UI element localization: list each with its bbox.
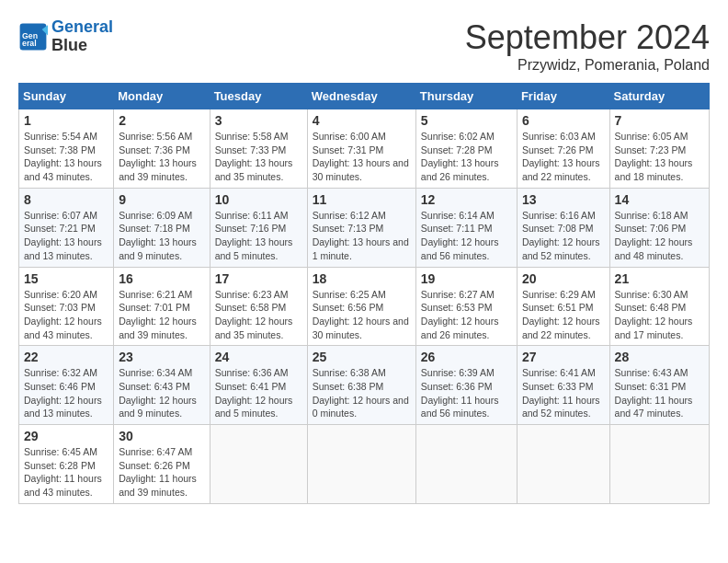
cell-info: Sunrise: 6:12 AMSunset: 7:13 PMDaylight:… [313, 210, 409, 261]
day-number: 5 [421, 113, 512, 128]
cell-info: Sunrise: 6:05 AMSunset: 7:23 PMDaylight:… [615, 131, 693, 182]
day-number: 8 [24, 192, 108, 207]
title-block: September 2024 Przywidz, Pomerania, Pola… [465, 18, 710, 74]
cell-info: Sunrise: 6:38 AMSunset: 6:38 PMDaylight:… [313, 367, 409, 419]
cell-info: Sunrise: 6:21 AMSunset: 7:01 PMDaylight:… [119, 289, 197, 340]
day-number: 15 [24, 271, 108, 286]
cell-info: Sunrise: 6:25 AMSunset: 6:56 PMDaylight:… [313, 289, 409, 340]
logo: Gen eral General Blue [18, 18, 113, 55]
day-number: 16 [119, 271, 204, 286]
day-number: 26 [421, 350, 512, 364]
calendar-cell: 29Sunrise: 6:45 AMSunset: 6:28 PMDayligh… [19, 425, 114, 504]
month-title: September 2024 [465, 18, 710, 57]
cell-info: Sunrise: 5:58 AMSunset: 7:33 PMDaylight:… [215, 131, 293, 182]
cell-info: Sunrise: 6:02 AMSunset: 7:28 PMDaylight:… [421, 131, 499, 182]
cell-info: Sunrise: 5:54 AMSunset: 7:38 PMDaylight:… [24, 131, 102, 182]
calendar-cell [307, 425, 415, 504]
cell-info: Sunrise: 6:34 AMSunset: 6:43 PMDaylight:… [119, 367, 197, 419]
calendar-cell: 4Sunrise: 6:00 AMSunset: 7:31 PMDaylight… [307, 109, 415, 189]
calendar-cell: 5Sunrise: 6:02 AMSunset: 7:28 PMDaylight… [415, 109, 517, 189]
day-number: 6 [522, 113, 605, 128]
calendar-table: Sunday Monday Tuesday Wednesday Thursday… [18, 83, 710, 504]
col-sunday: Sunday [19, 84, 114, 109]
day-number: 11 [313, 192, 411, 207]
logo-text: General Blue [51, 18, 113, 55]
calendar-cell [609, 425, 709, 504]
cell-info: Sunrise: 6:20 AMSunset: 7:03 PMDaylight:… [24, 289, 102, 340]
day-number: 22 [24, 350, 108, 364]
calendar-cell: 7Sunrise: 6:05 AMSunset: 7:23 PMDaylight… [609, 109, 709, 189]
calendar-header-row: Sunday Monday Tuesday Wednesday Thursday… [19, 84, 710, 109]
calendar-cell: 17Sunrise: 6:23 AMSunset: 6:58 PMDayligh… [210, 267, 307, 346]
cell-info: Sunrise: 6:36 AMSunset: 6:41 PMDaylight:… [215, 367, 293, 419]
day-number: 2 [119, 113, 204, 128]
calendar-cell [517, 425, 609, 504]
calendar-cell: 20Sunrise: 6:29 AMSunset: 6:51 PMDayligh… [517, 267, 609, 346]
calendar-cell: 28Sunrise: 6:43 AMSunset: 6:31 PMDayligh… [609, 346, 709, 425]
calendar-week-row: 22Sunrise: 6:32 AMSunset: 6:46 PMDayligh… [19, 346, 710, 425]
cell-info: Sunrise: 6:14 AMSunset: 7:11 PMDaylight:… [421, 210, 499, 261]
calendar-cell: 15Sunrise: 6:20 AMSunset: 7:03 PMDayligh… [19, 267, 114, 346]
day-number: 4 [313, 113, 411, 128]
day-number: 20 [522, 271, 605, 286]
calendar-cell: 24Sunrise: 6:36 AMSunset: 6:41 PMDayligh… [210, 346, 307, 425]
cell-info: Sunrise: 5:56 AMSunset: 7:36 PMDaylight:… [119, 131, 197, 182]
calendar-cell: 19Sunrise: 6:27 AMSunset: 6:53 PMDayligh… [415, 267, 517, 346]
calendar-cell: 6Sunrise: 6:03 AMSunset: 7:26 PMDaylight… [517, 109, 609, 189]
calendar-cell: 11Sunrise: 6:12 AMSunset: 7:13 PMDayligh… [307, 188, 415, 267]
page-header: Gen eral General Blue September 2024 Prz… [18, 18, 710, 74]
location-title: Przywidz, Pomerania, Poland [465, 57, 710, 74]
calendar-cell: 21Sunrise: 6:30 AMSunset: 6:48 PMDayligh… [609, 267, 709, 346]
day-number: 14 [615, 192, 704, 207]
calendar-cell: 12Sunrise: 6:14 AMSunset: 7:11 PMDayligh… [415, 188, 517, 267]
cell-info: Sunrise: 6:07 AMSunset: 7:21 PMDaylight:… [24, 210, 102, 261]
day-number: 23 [119, 350, 204, 364]
calendar-cell: 26Sunrise: 6:39 AMSunset: 6:36 PMDayligh… [415, 346, 517, 425]
calendar-cell: 23Sunrise: 6:34 AMSunset: 6:43 PMDayligh… [114, 346, 210, 425]
logo-line2: Blue [51, 37, 113, 55]
cell-info: Sunrise: 6:09 AMSunset: 7:18 PMDaylight:… [119, 210, 197, 261]
calendar-week-row: 29Sunrise: 6:45 AMSunset: 6:28 PMDayligh… [19, 425, 710, 504]
col-friday: Friday [517, 84, 609, 109]
calendar-cell: 1Sunrise: 5:54 AMSunset: 7:38 PMDaylight… [19, 109, 114, 189]
calendar-week-row: 8Sunrise: 6:07 AMSunset: 7:21 PMDaylight… [19, 188, 710, 267]
day-number: 29 [24, 429, 108, 443]
day-number: 18 [313, 271, 411, 286]
calendar-cell: 10Sunrise: 6:11 AMSunset: 7:16 PMDayligh… [210, 188, 307, 267]
calendar-cell [415, 425, 517, 504]
calendar-cell: 30Sunrise: 6:47 AMSunset: 6:26 PMDayligh… [114, 425, 210, 504]
cell-info: Sunrise: 6:18 AMSunset: 7:06 PMDaylight:… [615, 210, 693, 261]
day-number: 21 [615, 271, 704, 286]
calendar-cell: 8Sunrise: 6:07 AMSunset: 7:21 PMDaylight… [19, 188, 114, 267]
calendar-cell: 22Sunrise: 6:32 AMSunset: 6:46 PMDayligh… [19, 346, 114, 425]
logo-icon: Gen eral [18, 22, 48, 52]
cell-info: Sunrise: 6:43 AMSunset: 6:31 PMDaylight:… [615, 367, 693, 419]
day-number: 17 [215, 271, 302, 286]
cell-info: Sunrise: 6:11 AMSunset: 7:16 PMDaylight:… [215, 210, 293, 261]
day-number: 19 [421, 271, 512, 286]
cell-info: Sunrise: 6:30 AMSunset: 6:48 PMDaylight:… [615, 289, 693, 340]
cell-info: Sunrise: 6:41 AMSunset: 6:33 PMDaylight:… [522, 367, 600, 419]
cell-info: Sunrise: 6:39 AMSunset: 6:36 PMDaylight:… [421, 367, 499, 419]
day-number: 28 [615, 350, 704, 364]
col-thursday: Thursday [415, 84, 517, 109]
calendar-week-row: 15Sunrise: 6:20 AMSunset: 7:03 PMDayligh… [19, 267, 710, 346]
day-number: 10 [215, 192, 302, 207]
day-number: 27 [522, 350, 605, 364]
calendar-cell: 9Sunrise: 6:09 AMSunset: 7:18 PMDaylight… [114, 188, 210, 267]
day-number: 24 [215, 350, 302, 364]
cell-info: Sunrise: 6:27 AMSunset: 6:53 PMDaylight:… [421, 289, 499, 340]
col-saturday: Saturday [609, 84, 709, 109]
logo-line1: General [51, 17, 113, 36]
calendar-cell [210, 425, 307, 504]
day-number: 9 [119, 192, 204, 207]
cell-info: Sunrise: 6:23 AMSunset: 6:58 PMDaylight:… [215, 289, 293, 340]
calendar-cell: 13Sunrise: 6:16 AMSunset: 7:08 PMDayligh… [517, 188, 609, 267]
cell-info: Sunrise: 6:45 AMSunset: 6:28 PMDaylight:… [24, 446, 102, 498]
col-tuesday: Tuesday [210, 84, 307, 109]
cell-info: Sunrise: 6:00 AMSunset: 7:31 PMDaylight:… [313, 131, 409, 182]
day-number: 1 [24, 113, 108, 128]
calendar-cell: 16Sunrise: 6:21 AMSunset: 7:01 PMDayligh… [114, 267, 210, 346]
calendar-cell: 14Sunrise: 6:18 AMSunset: 7:06 PMDayligh… [609, 188, 709, 267]
cell-info: Sunrise: 6:47 AMSunset: 6:26 PMDaylight:… [119, 446, 197, 498]
